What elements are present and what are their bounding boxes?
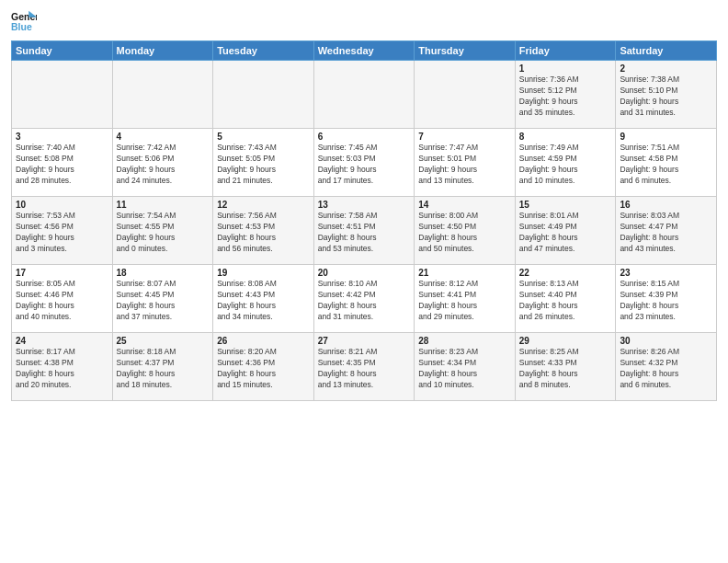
day-info: Sunrise: 7:42 AM Sunset: 5:06 PM Dayligh…: [117, 143, 210, 187]
day-header-sunday: Sunday: [12, 41, 113, 61]
day-info: Sunrise: 8:10 AM Sunset: 4:42 PM Dayligh…: [318, 279, 411, 323]
day-number: 20: [318, 268, 411, 278]
day-cell: 20Sunrise: 8:10 AM Sunset: 4:42 PM Dayli…: [313, 265, 415, 333]
day-number: 22: [519, 268, 612, 278]
day-cell: 23Sunrise: 8:15 AM Sunset: 4:39 PM Dayli…: [616, 265, 717, 333]
day-info: Sunrise: 8:17 AM Sunset: 4:38 PM Dayligh…: [16, 347, 108, 391]
day-number: 30: [620, 336, 712, 346]
day-number: 3: [16, 132, 108, 142]
day-header-tuesday: Tuesday: [213, 41, 314, 61]
day-cell: 12Sunrise: 7:56 AM Sunset: 4:53 PM Dayli…: [213, 197, 314, 265]
day-number: 13: [318, 200, 411, 210]
day-number: 21: [418, 268, 511, 278]
day-info: Sunrise: 7:56 AM Sunset: 4:53 PM Dayligh…: [217, 211, 310, 255]
day-number: 1: [519, 63, 612, 74]
day-cell: 25Sunrise: 8:18 AM Sunset: 4:37 PM Dayli…: [112, 333, 213, 401]
day-number: 14: [418, 200, 511, 210]
day-number: 7: [418, 132, 511, 142]
day-header-wednesday: Wednesday: [313, 41, 415, 61]
week-row-4: 24Sunrise: 8:17 AM Sunset: 4:38 PM Dayli…: [12, 333, 717, 401]
page: General Blue SundayMondayTuesdayWednesda…: [0, 0, 728, 563]
day-cell: 6Sunrise: 7:45 AM Sunset: 5:03 PM Daylig…: [313, 129, 415, 197]
day-cell: [213, 61, 314, 129]
day-info: Sunrise: 7:54 AM Sunset: 4:55 PM Dayligh…: [117, 211, 210, 255]
day-cell: [313, 61, 415, 129]
day-cell: 4Sunrise: 7:42 AM Sunset: 5:06 PM Daylig…: [112, 129, 213, 197]
day-info: Sunrise: 8:25 AM Sunset: 4:33 PM Dayligh…: [519, 347, 612, 391]
svg-text:Blue: Blue: [11, 21, 32, 32]
day-info: Sunrise: 7:47 AM Sunset: 5:01 PM Dayligh…: [418, 143, 511, 187]
day-info: Sunrise: 7:38 AM Sunset: 5:10 PM Dayligh…: [620, 75, 712, 119]
header-row: SundayMondayTuesdayWednesdayThursdayFrid…: [12, 41, 717, 61]
day-cell: 26Sunrise: 8:20 AM Sunset: 4:36 PM Dayli…: [213, 333, 314, 401]
day-header-thursday: Thursday: [415, 41, 516, 61]
day-number: 16: [620, 200, 712, 210]
day-info: Sunrise: 8:08 AM Sunset: 4:43 PM Dayligh…: [217, 279, 310, 323]
week-row-0: 1Sunrise: 7:36 AM Sunset: 5:12 PM Daylig…: [12, 61, 717, 129]
day-cell: 17Sunrise: 8:05 AM Sunset: 4:46 PM Dayli…: [12, 265, 113, 333]
day-number: 11: [117, 200, 210, 210]
day-cell: 30Sunrise: 8:26 AM Sunset: 4:32 PM Dayli…: [616, 333, 717, 401]
day-cell: 29Sunrise: 8:25 AM Sunset: 4:33 PM Dayli…: [515, 333, 616, 401]
day-number: 23: [620, 268, 712, 278]
day-header-friday: Friday: [515, 41, 616, 61]
header: General Blue: [11, 9, 717, 35]
day-number: 10: [16, 200, 108, 210]
day-number: 15: [519, 200, 612, 210]
day-cell: 19Sunrise: 8:08 AM Sunset: 4:43 PM Dayli…: [213, 265, 314, 333]
day-cell: 16Sunrise: 8:03 AM Sunset: 4:47 PM Dayli…: [616, 197, 717, 265]
day-number: 4: [117, 132, 210, 142]
logo-icon: General Blue: [11, 9, 37, 35]
day-info: Sunrise: 7:58 AM Sunset: 4:51 PM Dayligh…: [318, 211, 411, 255]
day-number: 24: [16, 336, 108, 346]
day-number: 29: [519, 336, 612, 346]
day-number: 5: [217, 132, 310, 142]
day-cell: 10Sunrise: 7:53 AM Sunset: 4:56 PM Dayli…: [12, 197, 113, 265]
day-number: 27: [318, 336, 411, 346]
day-cell: 7Sunrise: 7:47 AM Sunset: 5:01 PM Daylig…: [415, 129, 516, 197]
day-number: 2: [620, 63, 712, 74]
day-number: 17: [16, 268, 108, 278]
day-cell: [415, 61, 516, 129]
day-number: 19: [217, 268, 310, 278]
day-cell: 24Sunrise: 8:17 AM Sunset: 4:38 PM Dayli…: [12, 333, 113, 401]
day-info: Sunrise: 7:45 AM Sunset: 5:03 PM Dayligh…: [318, 143, 411, 187]
day-cell: 18Sunrise: 8:07 AM Sunset: 4:45 PM Dayli…: [112, 265, 213, 333]
day-cell: 8Sunrise: 7:49 AM Sunset: 4:59 PM Daylig…: [515, 129, 616, 197]
day-info: Sunrise: 8:20 AM Sunset: 4:36 PM Dayligh…: [217, 347, 310, 391]
day-cell: 2Sunrise: 7:38 AM Sunset: 5:10 PM Daylig…: [616, 61, 717, 129]
day-info: Sunrise: 8:26 AM Sunset: 4:32 PM Dayligh…: [620, 347, 712, 391]
day-info: Sunrise: 7:36 AM Sunset: 5:12 PM Dayligh…: [519, 75, 612, 119]
day-cell: 11Sunrise: 7:54 AM Sunset: 4:55 PM Dayli…: [112, 197, 213, 265]
day-info: Sunrise: 8:00 AM Sunset: 4:50 PM Dayligh…: [418, 211, 511, 255]
day-cell: 28Sunrise: 8:23 AM Sunset: 4:34 PM Dayli…: [415, 333, 516, 401]
day-info: Sunrise: 7:53 AM Sunset: 4:56 PM Dayligh…: [16, 211, 108, 255]
day-number: 26: [217, 336, 310, 346]
day-cell: 5Sunrise: 7:43 AM Sunset: 5:05 PM Daylig…: [213, 129, 314, 197]
logo: General Blue: [11, 9, 40, 35]
day-number: 28: [418, 336, 511, 346]
day-cell: 27Sunrise: 8:21 AM Sunset: 4:35 PM Dayli…: [313, 333, 415, 401]
day-info: Sunrise: 8:12 AM Sunset: 4:41 PM Dayligh…: [418, 279, 511, 323]
day-info: Sunrise: 8:21 AM Sunset: 4:35 PM Dayligh…: [318, 347, 411, 391]
day-info: Sunrise: 8:05 AM Sunset: 4:46 PM Dayligh…: [16, 279, 108, 323]
day-info: Sunrise: 7:40 AM Sunset: 5:08 PM Dayligh…: [16, 143, 108, 187]
day-cell: 3Sunrise: 7:40 AM Sunset: 5:08 PM Daylig…: [12, 129, 113, 197]
week-row-1: 3Sunrise: 7:40 AM Sunset: 5:08 PM Daylig…: [12, 129, 717, 197]
day-info: Sunrise: 7:51 AM Sunset: 4:58 PM Dayligh…: [620, 143, 712, 187]
day-number: 8: [519, 132, 612, 142]
day-info: Sunrise: 8:07 AM Sunset: 4:45 PM Dayligh…: [117, 279, 210, 323]
day-info: Sunrise: 8:23 AM Sunset: 4:34 PM Dayligh…: [418, 347, 511, 391]
day-number: 6: [318, 132, 411, 142]
day-info: Sunrise: 7:43 AM Sunset: 5:05 PM Dayligh…: [217, 143, 310, 187]
day-number: 9: [620, 132, 712, 142]
day-cell: 9Sunrise: 7:51 AM Sunset: 4:58 PM Daylig…: [616, 129, 717, 197]
day-info: Sunrise: 8:13 AM Sunset: 4:40 PM Dayligh…: [519, 279, 612, 323]
day-cell: 13Sunrise: 7:58 AM Sunset: 4:51 PM Dayli…: [313, 197, 415, 265]
week-row-3: 17Sunrise: 8:05 AM Sunset: 4:46 PM Dayli…: [12, 265, 717, 333]
day-cell: 21Sunrise: 8:12 AM Sunset: 4:41 PM Dayli…: [415, 265, 516, 333]
day-cell: 15Sunrise: 8:01 AM Sunset: 4:49 PM Dayli…: [515, 197, 616, 265]
day-number: 18: [117, 268, 210, 278]
day-cell: 14Sunrise: 8:00 AM Sunset: 4:50 PM Dayli…: [415, 197, 516, 265]
day-info: Sunrise: 8:18 AM Sunset: 4:37 PM Dayligh…: [117, 347, 210, 391]
